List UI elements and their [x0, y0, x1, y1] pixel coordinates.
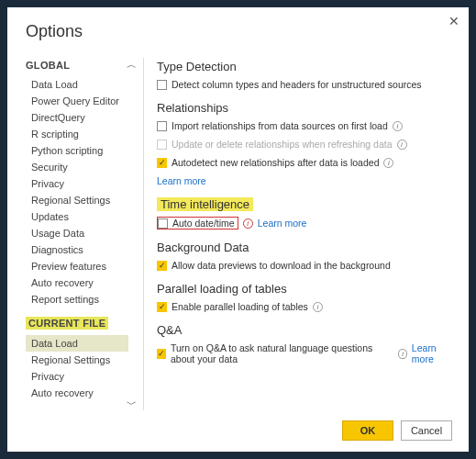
opt-label: Allow data previews to download in the b… — [172, 260, 391, 271]
cancel-button[interactable]: Cancel — [401, 420, 452, 441]
auto-date-time-highlight: Auto date/time — [157, 217, 238, 230]
sidebar-item-data-load[interactable]: Data Load — [26, 76, 128, 93]
section-time-intelligence-wrap: Time intelligence — [157, 196, 452, 215]
options-dialog: ✕ Options ︿ GLOBAL Data Load Power Query… — [7, 7, 469, 452]
dialog-footer: OK Cancel — [342, 420, 452, 441]
section-relationships: Relationships — [157, 101, 452, 115]
opt-background-previews[interactable]: ✓ Allow data previews to download in the… — [157, 258, 452, 276]
info-icon[interactable]: i — [393, 121, 403, 131]
outer-frame: ✕ Options ︿ GLOBAL Data Load Power Query… — [0, 0, 476, 459]
info-icon: i — [397, 140, 407, 150]
opt-label: Detect column types and headers for unst… — [172, 79, 422, 90]
sidebar: ︿ GLOBAL Data Load Power Query Editor Di… — [26, 58, 136, 410]
sidebar-item-usage-data[interactable]: Usage Data — [26, 225, 128, 241]
section-qna: Q&A — [157, 323, 452, 337]
opt-label: Import relationships from data sources o… — [172, 120, 388, 131]
sidebar-item-regional-settings[interactable]: Regional Settings — [26, 192, 128, 208]
opt-qna[interactable]: ✓ Turn on Q&A to ask natural language qu… — [157, 341, 452, 370]
section-background-data: Background Data — [157, 241, 452, 254]
sidebar-item-cf-data-load[interactable]: Data Load — [26, 335, 128, 352]
info-icon[interactable]: i — [383, 158, 393, 168]
checkbox-icon — [157, 140, 167, 150]
sidebar-item-updates[interactable]: Updates — [26, 208, 128, 225]
dialog-title: Options — [26, 22, 452, 41]
checkbox-icon[interactable] — [157, 121, 167, 131]
content-pane: Type Detection Detect column types and h… — [157, 58, 452, 410]
opt-import-relationships[interactable]: Import relationships from data sources o… — [157, 118, 452, 137]
checkbox-checked-icon[interactable]: ✓ — [157, 261, 167, 271]
sidebar-item-directquery[interactable]: DirectQuery — [26, 109, 128, 126]
checkbox-icon[interactable] — [157, 80, 167, 90]
learn-more-relationships[interactable]: Learn more — [157, 174, 452, 192]
opt-detect-column-types[interactable]: Detect column types and headers for unst… — [157, 77, 452, 95]
opt-auto-date-time-row[interactable]: Auto date/time i Learn more — [157, 215, 452, 235]
chevron-up-icon[interactable]: ︿ — [125, 58, 138, 71]
learn-more-link[interactable]: Learn more — [157, 175, 206, 186]
section-parallel-loading: Parallel loading of tables — [157, 282, 452, 296]
opt-label: Turn on Q&A to ask natural language ques… — [171, 342, 393, 364]
opt-label: Autodetect new relationships after data … — [172, 157, 379, 168]
sidebar-scroll: GLOBAL Data Load Power Query Editor Dire… — [26, 58, 128, 410]
ok-button[interactable]: OK — [342, 420, 393, 441]
opt-parallel-loading[interactable]: ✓ Enable parallel loading of tables i — [157, 299, 452, 318]
checkbox-checked-icon[interactable]: ✓ — [157, 158, 167, 168]
sidebar-item-r-scripting[interactable]: R scripting — [26, 126, 128, 142]
opt-autodetect-relationships[interactable]: ✓ Autodetect new relationships after dat… — [157, 155, 452, 174]
opt-label: Auto date/time — [172, 218, 235, 229]
info-icon[interactable]: i — [398, 349, 406, 359]
opt-update-relationships: Update or delete relationships when refr… — [157, 137, 452, 155]
section-time-intelligence: Time intelligence — [157, 197, 253, 211]
section-type-detection: Type Detection — [157, 60, 452, 73]
dialog-body: ︿ GLOBAL Data Load Power Query Editor Di… — [26, 58, 452, 410]
sidebar-item-security[interactable]: Security — [26, 159, 128, 175]
sidebar-item-power-query-editor[interactable]: Power Query Editor — [26, 93, 128, 109]
sidebar-item-python-scripting[interactable]: Python scripting — [26, 142, 128, 159]
checkbox-checked-icon[interactable]: ✓ — [157, 302, 167, 312]
sidebar-item-privacy[interactable]: Privacy — [26, 175, 128, 192]
sidebar-item-cf-privacy[interactable]: Privacy — [26, 368, 128, 385]
learn-more-link[interactable]: Learn more — [258, 218, 307, 229]
sidebar-item-auto-recovery[interactable]: Auto recovery — [26, 274, 128, 291]
checkbox-icon[interactable] — [158, 218, 168, 229]
sidebar-head-global: GLOBAL — [26, 60, 128, 71]
chevron-down-icon[interactable]: ﹀ — [125, 397, 138, 410]
sidebar-head-current-file: CURRENT FILE — [26, 317, 108, 330]
sidebar-item-report-settings[interactable]: Report settings — [26, 291, 128, 308]
close-icon[interactable]: ✕ — [448, 15, 459, 28]
opt-label: Enable parallel loading of tables — [172, 301, 308, 312]
info-icon[interactable]: i — [243, 218, 253, 229]
info-icon[interactable]: i — [313, 302, 323, 312]
checkbox-checked-icon[interactable]: ✓ — [157, 349, 166, 359]
sidebar-item-diagnostics[interactable]: Diagnostics — [26, 241, 128, 258]
sidebar-item-cf-regional-settings[interactable]: Regional Settings — [26, 352, 128, 368]
vertical-divider — [143, 58, 144, 410]
sidebar-item-cf-auto-recovery[interactable]: Auto recovery — [26, 385, 128, 401]
learn-more-link[interactable]: Learn more — [412, 342, 452, 364]
sidebar-item-preview-features[interactable]: Preview features — [26, 258, 128, 274]
opt-label: Update or delete relationships when refr… — [172, 139, 393, 150]
